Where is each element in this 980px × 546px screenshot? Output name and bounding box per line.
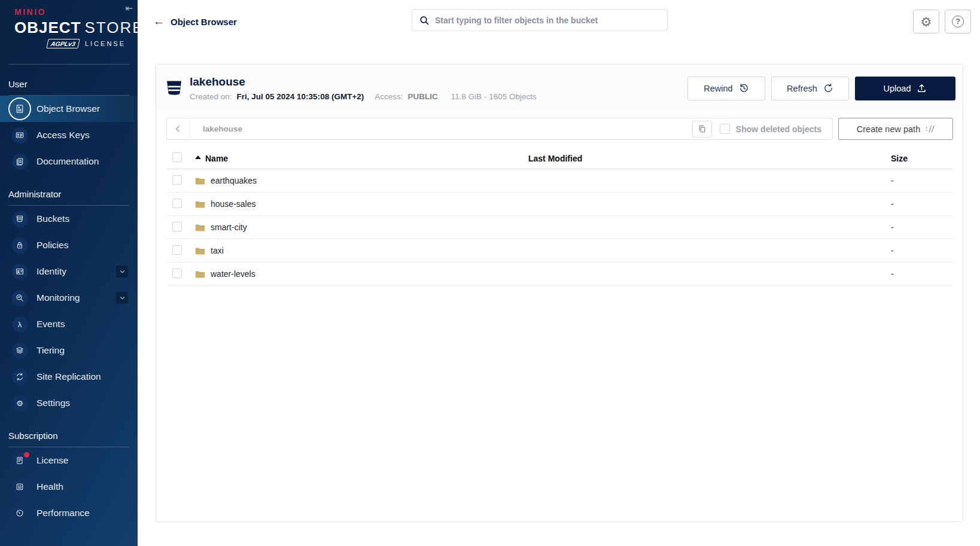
- created-value: Fri, Jul 05 2024 10:35:08 (GMT+2): [237, 92, 364, 101]
- content: lakehouse Created on: Fri, Jul 05 2024 1…: [138, 43, 980, 522]
- sidebar-item-label: Policies: [36, 240, 68, 251]
- row-checkbox[interactable]: [172, 245, 182, 255]
- upload-button[interactable]: Upload: [855, 77, 955, 100]
- sort-asc-icon: [195, 155, 201, 159]
- topbar: ← Object Browser ⚙ ?: [138, 0, 980, 43]
- gear-icon: ⚙: [921, 16, 932, 28]
- sidebar-item-label: Health: [36, 481, 63, 492]
- chevron-left-icon: [174, 124, 182, 133]
- table-row[interactable]: earthquakes -: [166, 169, 953, 193]
- policies-icon: [12, 237, 28, 254]
- rewind-button[interactable]: Rewind: [687, 77, 765, 100]
- column-header-last-modified[interactable]: Last Modified: [528, 154, 891, 163]
- object-name[interactable]: earthquakes: [211, 176, 257, 185]
- notification-dot: [24, 452, 29, 457]
- object-name[interactable]: taxi: [211, 246, 224, 255]
- sidebar-item-performance[interactable]: Performance: [0, 500, 138, 526]
- row-checkbox[interactable]: [172, 269, 182, 278]
- upload-icon: [917, 83, 927, 93]
- folder-icon: [195, 200, 205, 208]
- events-icon: λ: [12, 316, 28, 333]
- folder-icon: [195, 176, 205, 185]
- sidebar-item-access-keys[interactable]: Access Keys: [0, 122, 138, 148]
- column-header-size[interactable]: Size: [891, 154, 954, 163]
- sidebar-collapse-icon[interactable]: ⇤: [125, 3, 133, 14]
- sidebar-item-identity[interactable]: Identity: [0, 258, 138, 285]
- sidebar-item-license[interactable]: License: [0, 447, 138, 474]
- table-header-row: Name Last Modified Size: [166, 148, 953, 169]
- row-checkbox[interactable]: [172, 175, 182, 185]
- object-name[interactable]: smart-city: [211, 222, 247, 232]
- search-box: [412, 9, 668, 31]
- copy-path-button[interactable]: [692, 121, 712, 138]
- table-row[interactable]: taxi -: [166, 239, 953, 263]
- sidebar-item-documentation[interactable]: Documentation: [0, 148, 138, 175]
- sidebar-item-label: Identity: [36, 266, 66, 277]
- sidebar-item-buckets[interactable]: Buckets: [0, 206, 138, 232]
- show-deleted-label[interactable]: Show deleted objects: [736, 124, 821, 134]
- logo: MINIO OBJECTSTORE AGPLv3 LICENSE: [0, 0, 138, 48]
- row-checkbox[interactable]: [172, 199, 182, 208]
- bucket-title: lakehouse: [190, 75, 537, 89]
- sidebar-item-label: Settings: [36, 398, 70, 408]
- refresh-button[interactable]: Refresh: [771, 77, 849, 100]
- page-title: Object Browser: [171, 17, 237, 27]
- sidebar-item-label: Monitoring: [36, 292, 80, 303]
- settings-button[interactable]: ⚙: [913, 10, 939, 33]
- site-replication-icon: [12, 369, 28, 385]
- rewind-icon: [739, 83, 749, 93]
- folder-icon: [195, 223, 205, 231]
- select-all-checkbox[interactable]: [172, 152, 182, 162]
- settings-icon: ⚙: [12, 395, 28, 411]
- sidebar-item-policies[interactable]: Policies: [0, 232, 138, 258]
- sidebar-item-tiering[interactable]: Tiering: [0, 337, 138, 364]
- create-new-path-button[interactable]: Create new path: [838, 118, 953, 140]
- sidebar-item-monitoring[interactable]: Monitoring: [0, 285, 138, 311]
- sidebar-item-label: License: [36, 455, 68, 466]
- access-keys-icon: [12, 127, 28, 144]
- chevron-down-icon[interactable]: [116, 292, 128, 304]
- help-button[interactable]: ?: [945, 10, 971, 33]
- object-name[interactable]: house-sales: [211, 199, 256, 209]
- table-row[interactable]: smart-city -: [166, 216, 953, 239]
- sidebar: ⇤ MINIO OBJECTSTORE AGPLv3 LICENSE User …: [0, 0, 138, 546]
- sidebar-item-label: Documentation: [36, 156, 99, 167]
- sidebar-item-label: Object Browser: [36, 103, 100, 114]
- row-checkbox[interactable]: [172, 222, 182, 231]
- bucket-panel: lakehouse Created on: Fri, Jul 05 2024 1…: [156, 64, 963, 522]
- search-input[interactable]: [435, 16, 660, 25]
- help-icon: ?: [952, 16, 964, 28]
- product-title: OBJECTSTORE: [14, 19, 127, 37]
- object-name[interactable]: water-levels: [211, 269, 255, 279]
- sidebar-item-label: Access Keys: [36, 130, 90, 141]
- bucket-header: lakehouse Created on: Fri, Jul 05 2024 1…: [156, 65, 963, 111]
- navigate-back-button[interactable]: [167, 118, 190, 139]
- main-area: ← Object Browser ⚙ ? lakehouse Created o…: [138, 0, 980, 546]
- sidebar-item-settings[interactable]: ⚙ Settings: [0, 390, 138, 416]
- chevron-down-icon[interactable]: [116, 266, 128, 277]
- sidebar-item-health[interactable]: Health: [0, 474, 138, 500]
- table-row[interactable]: house-sales -: [166, 193, 953, 216]
- product-title-light: STORE: [84, 19, 138, 36]
- sidebar-item-label: Site Replication: [36, 371, 101, 382]
- object-size: -: [891, 199, 954, 209]
- refresh-icon: [823, 83, 833, 93]
- show-deleted-checkbox[interactable]: [720, 124, 730, 134]
- folder-icon: [195, 270, 205, 278]
- bucket-usage: 11.8 GiB - 1605 Objects: [451, 92, 537, 101]
- access-value: PUBLIC: [408, 92, 438, 101]
- back-button[interactable]: ← Object Browser: [153, 15, 237, 28]
- monitoring-icon: [12, 290, 28, 306]
- object-browser-icon: [8, 97, 31, 120]
- sidebar-item-site-replication[interactable]: Site Replication: [0, 364, 138, 390]
- table-row[interactable]: water-levels -: [166, 263, 953, 286]
- column-header-name[interactable]: Name: [195, 154, 528, 163]
- objects-table: Name Last Modified Size earthquakes -: [166, 148, 953, 286]
- sidebar-item-object-browser[interactable]: Object Browser: [0, 96, 138, 122]
- sidebar-item-events[interactable]: λ Events: [0, 311, 138, 337]
- sidebar-section-subscription: Subscription: [0, 416, 138, 447]
- search-icon: [419, 16, 429, 25]
- folder-icon: [195, 246, 205, 255]
- sidebar-section-administrator: Administrator: [0, 175, 138, 205]
- performance-icon: [12, 505, 28, 521]
